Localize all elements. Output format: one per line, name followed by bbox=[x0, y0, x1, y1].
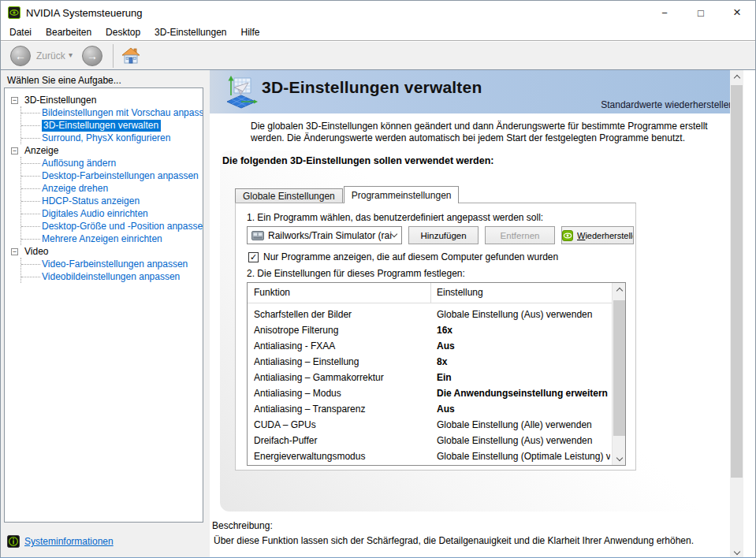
main-scroll-thumb[interactable] bbox=[731, 85, 743, 478]
sidebar-group-video[interactable]: −Video bbox=[11, 245, 203, 258]
main-scrollbar[interactable] bbox=[730, 70, 743, 558]
collapse-icon[interactable]: − bbox=[11, 97, 18, 104]
minimize-button[interactable]: − bbox=[646, 1, 683, 24]
setting-cell[interactable]: 16x bbox=[437, 322, 610, 338]
setting-cell[interactable]: Die Anwendungseinstellung erweitern bbox=[437, 385, 610, 401]
table-scrollbar[interactable] bbox=[612, 283, 625, 465]
feature-cell: Antialiasing – Einstellung bbox=[254, 354, 427, 370]
sidebar-group-label: Anzeige bbox=[24, 145, 58, 156]
sidebar-group-children: Auflösung ändernDesktop-Farbeinstellunge… bbox=[20, 157, 203, 245]
sidebar: Wählen Sie eine Aufgabe... −3D-Einstellu… bbox=[1, 70, 210, 558]
table-row-anisotrope-filterung[interactable]: Anisotrope Filterung16x bbox=[248, 322, 612, 338]
program-settings-tab-page: 1. Ein Programm wählen, das benutzerdefi… bbox=[235, 203, 636, 471]
collapse-icon[interactable]: − bbox=[11, 248, 18, 255]
sidebar-group-label: 3D-Einstellungen bbox=[24, 95, 96, 106]
menu-item-datei[interactable]: Datei bbox=[2, 24, 39, 40]
tab-programmeinstellungen[interactable]: Programmeinstellungen bbox=[344, 186, 460, 203]
restore-button[interactable]: Wiederherstellen bbox=[561, 226, 634, 244]
chevron-down-icon bbox=[391, 231, 397, 237]
sidebar-item-desktop-gr-e-und-position-anpassen[interactable]: Desktop-Größe und -Position anpassen bbox=[21, 220, 203, 232]
sidebar-item-label: 3D-Einstellungen verwalten bbox=[42, 120, 161, 132]
menu-item-hilfe[interactable]: Hilfe bbox=[233, 24, 266, 40]
back-button[interactable]: ← bbox=[10, 46, 31, 66]
sidebar-item-desktop-farbeinstellungen-anpassen[interactable]: Desktop-Farbeinstellungen anpassen bbox=[21, 169, 203, 182]
table-scroll-up-icon[interactable] bbox=[613, 283, 626, 296]
setting-cell[interactable]: Aus bbox=[437, 401, 610, 417]
table-row-scharfstellen-der-bilder[interactable]: Scharfstellen der BilderGlobale Einstell… bbox=[248, 307, 612, 322]
settings-table: Funktion Einstellung Scharfstellen der B… bbox=[247, 282, 626, 466]
restore-defaults-link[interactable]: Standardwerte wiederherstellen bbox=[601, 99, 734, 110]
setting-cell[interactable]: Globale Einstellung (Alle) verwenden bbox=[437, 417, 610, 433]
main-scroll-down-icon[interactable] bbox=[730, 545, 743, 558]
table-row-antialiasing-modus[interactable]: Antialiasing – ModusDie Anwendungseinste… bbox=[248, 385, 612, 401]
sidebar-item-hdcp-status-anzeigen[interactable]: HDCP-Status anzeigen bbox=[21, 195, 203, 207]
menu-item-desktop[interactable]: Desktop bbox=[99, 24, 147, 40]
sidebar-item-aufl-sung-ndern[interactable]: Auflösung ändern bbox=[21, 157, 203, 169]
menu-item-3d-einstellungen[interactable]: 3D-Einstellungen bbox=[147, 24, 233, 40]
table-row-antialiasing-transparenz[interactable]: Antialiasing – TransparenzAus bbox=[248, 401, 612, 417]
nvidia-control-panel-window: NVIDIA Systemsteuerung − □ × DateiBearbe… bbox=[0, 0, 756, 558]
table-row-cuda-gpus[interactable]: CUDA – GPUsGlobale Einstellung (Alle) ve… bbox=[248, 417, 612, 433]
description-text: Über diese Funktion lassen sich der Schä… bbox=[214, 535, 734, 546]
setting-cell[interactable]: 8x bbox=[437, 354, 610, 370]
sidebar-item-videobildeinstellungen-anpassen[interactable]: Videobildeinstellungen anpassen bbox=[21, 270, 203, 283]
sidebar-item-bildeinstellungen-mit-vorschau-anpassen[interactable]: Bildeinstellungen mit Vorschau anpassen bbox=[21, 106, 203, 119]
collapse-icon[interactable]: − bbox=[11, 147, 18, 154]
feature-cell: Antialiasing – Modus bbox=[254, 385, 427, 401]
show-found-programs-label: Nur Programme anzeigen, die auf diesem C… bbox=[263, 251, 558, 262]
page-header: 3D-Einstellungen verwalten Standardwerte… bbox=[210, 70, 743, 113]
setting-cell[interactable]: Globale Einstellung (Optimale Leistung) … bbox=[437, 448, 610, 464]
setting-cell[interactable]: Globale Einstellung (Aus) verwenden bbox=[437, 433, 610, 448]
nvidia-logo-icon bbox=[8, 6, 20, 19]
sidebar-item-digitales-audio-einrichten[interactable]: Digitales Audio einrichten bbox=[21, 207, 203, 220]
tab-globale-einstellungen[interactable]: Globale Einstellungen bbox=[235, 188, 343, 203]
sidebar-item-label: Video-Farbeinstellungen anpassen bbox=[42, 259, 188, 270]
panel-heading: Die folgenden 3D-Einstellungen sollen ve… bbox=[222, 155, 494, 166]
sidebar-item-surround-physx-konfigurieren[interactable]: Surround, PhysX konfigurieren bbox=[21, 132, 203, 144]
menu-bar: DateiBearbeitenDesktop3D-EinstellungenHi… bbox=[1, 24, 755, 41]
add-button[interactable]: Hinzufügen bbox=[408, 226, 479, 244]
system-information-link[interactable]: Systeminformationen bbox=[7, 535, 114, 548]
sidebar-item-mehrere-anzeigen-einrichten[interactable]: Mehrere Anzeigen einrichten bbox=[21, 232, 203, 245]
sidebar-caption: Wählen Sie eine Aufgabe... bbox=[7, 75, 121, 86]
show-found-programs-row: ✓ Nur Programme anzeigen, die auf diesem… bbox=[248, 251, 558, 262]
show-found-programs-checkbox[interactable]: ✓ bbox=[248, 252, 259, 262]
table-row-antialiasing-fxaa[interactable]: Antialiasing - FXAAAus bbox=[248, 338, 612, 354]
setting-cell[interactable]: Globale Einstellung (Aus) verwenden bbox=[437, 307, 610, 322]
sidebar-item-label: Surround, PhysX konfigurieren bbox=[42, 132, 170, 143]
remove-button[interactable]: Entfernen bbox=[485, 226, 555, 244]
sidebar-item-anzeige-drehen[interactable]: Anzeige drehen bbox=[21, 182, 203, 195]
sidebar-item-label: Auflösung ändern bbox=[42, 158, 116, 169]
table-row-energieverwaltungsmodus[interactable]: EnergieverwaltungsmodusGlobale Einstellu… bbox=[248, 448, 612, 464]
home-button[interactable] bbox=[121, 46, 141, 66]
setting-cell[interactable]: Ein bbox=[437, 370, 610, 385]
close-button[interactable]: × bbox=[719, 1, 755, 24]
program-select[interactable]: Railworks/Train Simulator (railw... bbox=[247, 226, 402, 244]
table-row-antialiasing-gammakorrektur[interactable]: Antialiasing – GammakorrekturEin bbox=[248, 370, 612, 385]
column-divider bbox=[430, 283, 431, 303]
table-row-dreifach-puffer[interactable]: Dreifach-PufferGlobale Einstellung (Aus)… bbox=[248, 433, 612, 448]
table-row-antialiasing-einstellung[interactable]: Antialiasing – Einstellung8x bbox=[248, 354, 612, 370]
back-button-label: Zurück bbox=[36, 50, 65, 61]
sidebar-item-label: Bildeinstellungen mit Vorschau anpassen bbox=[42, 107, 203, 118]
forward-button[interactable]: → bbox=[82, 46, 102, 66]
main-content: 3D-Einstellungen verwalten Standardwerte… bbox=[210, 70, 743, 558]
feature-cell: Scharfstellen der Bilder bbox=[254, 307, 427, 322]
setting-cell[interactable]: Aus bbox=[437, 338, 610, 354]
main-scroll-up-icon[interactable] bbox=[730, 70, 743, 84]
maximize-button[interactable]: □ bbox=[683, 1, 719, 24]
table-scroll-down-icon[interactable] bbox=[613, 452, 626, 465]
sidebar-group-3d-einstellungen[interactable]: −3D-Einstellungen bbox=[11, 94, 203, 106]
settings-tabs: Globale EinstellungenProgrammeinstellung… bbox=[235, 186, 460, 203]
table-scroll-thumb[interactable] bbox=[613, 300, 625, 436]
back-history-caret-icon[interactable]: ▾ bbox=[69, 50, 73, 59]
column-header-einstellung: Einstellung bbox=[437, 287, 483, 298]
sidebar-item-label: Videobildeinstellungen anpassen bbox=[42, 271, 180, 282]
sidebar-group-anzeige[interactable]: −Anzeige bbox=[11, 144, 203, 157]
page-intro-text: Die globalen 3D-Einstellungen können geä… bbox=[251, 121, 738, 144]
page-title: 3D-Einstellungen verwalten bbox=[262, 78, 482, 97]
sidebar-item-video-farbeinstellungen-anpassen[interactable]: Video-Farbeinstellungen anpassen bbox=[21, 258, 203, 270]
menu-item-bearbeiten[interactable]: Bearbeiten bbox=[39, 24, 99, 40]
manage-3d-settings-icon bbox=[224, 76, 259, 110]
sidebar-item-3d-einstellungen-verwalten[interactable]: 3D-Einstellungen verwalten bbox=[21, 119, 203, 132]
